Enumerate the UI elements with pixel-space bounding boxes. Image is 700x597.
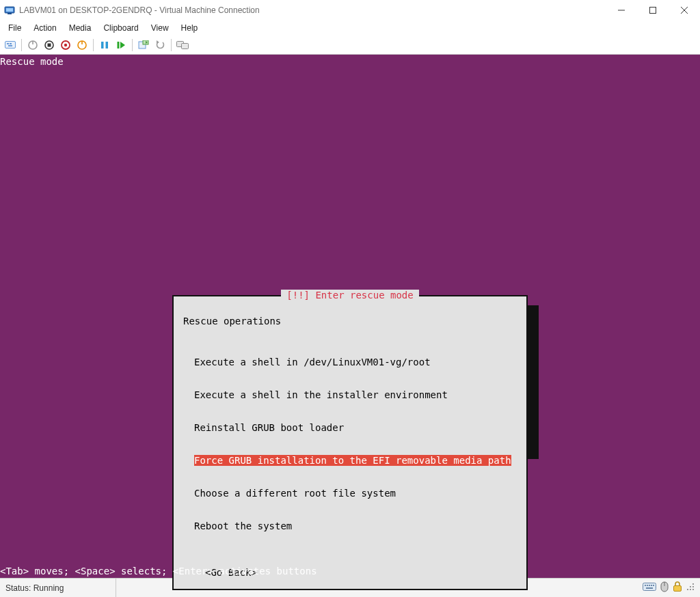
- svg-point-41: [692, 586, 694, 587]
- turnoff-icon[interactable]: [42, 38, 57, 53]
- status-icons: [637, 581, 700, 594]
- minimize-button[interactable]: [606, 0, 637, 20]
- svg-rect-10: [8, 45, 12, 46]
- svg-rect-29: [643, 583, 656, 591]
- svg-rect-34: [653, 585, 654, 586]
- svg-rect-9: [10, 43, 12, 44]
- status-text: Status: Running: [0, 579, 116, 597]
- pause-icon[interactable]: [97, 38, 112, 53]
- svg-rect-2: [8, 13, 12, 14]
- svg-rect-38: [674, 586, 682, 592]
- menu-clipboard[interactable]: Clipboard: [98, 22, 144, 34]
- svg-rect-14: [48, 43, 51, 46]
- dialog-options: Execute a shell in /dev/LinuxVM01-vg/roo…: [194, 335, 517, 553]
- svg-rect-1: [6, 8, 13, 12]
- svg-point-16: [64, 43, 67, 46]
- svg-rect-33: [651, 585, 652, 586]
- svg-marker-22: [120, 42, 125, 48]
- svg-rect-21: [118, 42, 120, 48]
- rescue-option-selected[interactable]: Force GRUB installation to the EFI remov…: [194, 455, 511, 466]
- window-titlebar: LABVM01 on DESKTOP-2GENDRQ - Virtual Mac…: [0, 0, 700, 20]
- rescue-option[interactable]: Execute a shell in /dev/LinuxVM01-vg/roo…: [194, 357, 517, 367]
- rescue-option[interactable]: Reinstall GRUB boot loader: [194, 422, 517, 433]
- ctrl-alt-del-icon[interactable]: [3, 38, 18, 53]
- vm-screen[interactable]: Rescue mode [!!] Enter rescue mode Rescu…: [0, 55, 700, 578]
- rescue-option[interactable]: Choose a different root file system: [194, 488, 517, 499]
- svg-rect-8: [7, 43, 9, 44]
- toolbar-separator: [21, 39, 22, 51]
- vm-hint-footer: <Tab> moves; <Space> selects; <Enter> ac…: [0, 566, 317, 577]
- svg-rect-4: [650, 8, 656, 14]
- svg-rect-30: [645, 585, 646, 586]
- svg-point-40: [690, 589, 691, 590]
- svg-rect-32: [649, 585, 650, 586]
- toolbar-separator: [93, 39, 94, 51]
- mouse-icon: [660, 581, 669, 594]
- svg-marker-26: [157, 40, 159, 44]
- menu-view[interactable]: View: [146, 22, 174, 34]
- svg-rect-7: [5, 41, 16, 48]
- start-icon[interactable]: [25, 38, 40, 53]
- svg-rect-28: [182, 43, 189, 48]
- svg-point-39: [692, 589, 694, 590]
- enhanced-session-icon[interactable]: [175, 38, 190, 53]
- dialog-section-label: Rescue operations: [183, 316, 517, 327]
- vm-display[interactable]: Rescue mode [!!] Enter rescue mode Rescu…: [0, 55, 700, 578]
- window-controls: [606, 0, 700, 20]
- rescue-option[interactable]: Reboot the system: [194, 520, 517, 531]
- close-button[interactable]: [669, 0, 700, 20]
- maximize-button[interactable]: [637, 0, 669, 20]
- svg-point-44: [692, 583, 694, 585]
- save-icon[interactable]: [75, 38, 90, 53]
- menu-file[interactable]: File: [3, 22, 27, 34]
- menu-help[interactable]: Help: [176, 22, 204, 34]
- svg-rect-35: [646, 587, 653, 589]
- rescue-mode-label: Rescue mode: [0, 56, 64, 67]
- app-icon: [4, 5, 15, 16]
- svg-rect-31: [647, 585, 648, 586]
- keyboard-icon: [643, 582, 656, 594]
- toolbar-separator: [171, 39, 172, 51]
- reset-icon[interactable]: [113, 38, 129, 53]
- menubar: File Action Media Clipboard View Help: [0, 20, 700, 36]
- shutdown-icon[interactable]: [58, 38, 73, 53]
- dialog-title-wrap: [!!] Enter rescue mode: [174, 290, 526, 301]
- resize-grip-icon[interactable]: [686, 583, 695, 593]
- svg-rect-20: [106, 42, 109, 48]
- svg-rect-19: [101, 42, 104, 48]
- menu-media[interactable]: Media: [64, 22, 97, 34]
- dialog-title: [!!] Enter rescue mode: [281, 290, 418, 301]
- checkpoint-icon[interactable]: [136, 38, 151, 53]
- window-title: LABVM01 on DESKTOP-2GENDRQ - Virtual Mac…: [19, 5, 260, 15]
- toolbar: [0, 36, 700, 55]
- svg-point-42: [687, 589, 688, 590]
- rescue-option[interactable]: Execute a shell in the installer environ…: [194, 389, 517, 400]
- lock-icon: [673, 581, 682, 594]
- revert-icon[interactable]: [152, 38, 167, 53]
- toolbar-separator: [132, 39, 133, 51]
- menu-action[interactable]: Action: [28, 22, 62, 34]
- svg-point-43: [690, 586, 691, 587]
- rescue-dialog: [!!] Enter rescue mode Rescue operations…: [172, 295, 528, 590]
